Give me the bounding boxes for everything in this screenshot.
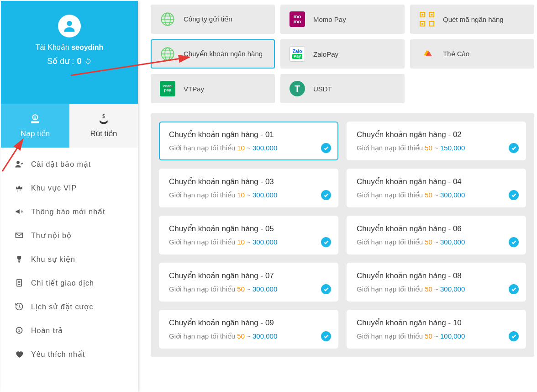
menu-item-heart[interactable]: Yêu thích nhất	[1, 342, 138, 366]
bank-title: Chuyển khoản ngân hàng - 06	[357, 224, 516, 233]
bank-limit: Giới hạn nạp tối thiểu 50 ~ 300,000	[357, 285, 516, 293]
menu-item-security[interactable]: Cài đặt bảo mật	[1, 152, 138, 176]
bank-option-10[interactable]: Chuyển khoản ngân hàng - 10Giới hạn nạp …	[347, 310, 526, 349]
bank-option-4[interactable]: Chuyển khoản ngân hàng - 04Giới hạn nạp …	[347, 169, 526, 207]
menu-item-coin[interactable]: $Hoàn trả	[1, 318, 138, 342]
trophy-icon	[15, 254, 24, 264]
svg-text:$: $	[102, 113, 105, 119]
globe-icon	[160, 46, 175, 62]
bank-title: Chuyển khoản ngân hàng - 08	[357, 271, 516, 281]
svg-rect-22	[431, 14, 432, 16]
qr-icon	[419, 11, 435, 27]
payment-methods: Công ty gửi tiềnmomoMomo PayQuét mã ngân…	[151, 5, 534, 103]
coin-icon: $	[15, 326, 24, 335]
check-icon	[321, 284, 331, 294]
payment-method-bank[interactable]: Chuyển khoản ngân hàng	[151, 39, 275, 69]
tab-deposit[interactable]: $ Nạp tiền	[1, 104, 69, 148]
check-icon	[509, 237, 519, 247]
check-icon	[509, 284, 519, 294]
history-icon	[15, 302, 24, 311]
svg-text:$: $	[18, 328, 20, 333]
bank-title: Chuyển khoản ngân hàng - 02	[357, 130, 516, 139]
svg-text:T: T	[295, 84, 300, 94]
bank-limit: Giới hạn nạp tối thiểu 50 ~ 300,000	[169, 332, 328, 340]
mail-icon	[15, 231, 24, 240]
globe-icon	[160, 11, 175, 27]
menu-item-mail[interactable]: Thư nội bộ	[1, 223, 138, 247]
payment-method-label: Quét mã ngân hàng	[443, 16, 504, 23]
sidebar: Tài Khoản seoydinh Số dư : 0 $ Nạp tiền …	[1, 1, 138, 392]
balance: Số dư : 0	[1, 56, 138, 66]
announce-icon	[15, 207, 24, 216]
menu-item-label: Hoàn trả	[31, 326, 63, 335]
svg-rect-23	[421, 23, 423, 25]
svg-rect-20	[429, 21, 434, 26]
check-icon	[509, 143, 519, 153]
svg-rect-21	[421, 14, 423, 16]
bank-limit: Giới hạn nạp tối thiểu 50 ~ 150,000	[357, 144, 516, 152]
bank-limit: Giới hạn nạp tối thiểu 50 ~ 100,000	[357, 332, 516, 340]
bank-option-9[interactable]: Chuyển khoản ngân hàng - 09Giới hạn nạp …	[159, 310, 338, 349]
check-icon	[321, 143, 331, 153]
receipt-icon	[15, 278, 24, 287]
menu-item-vip[interactable]: VIPKhu vực VIP	[1, 176, 138, 200]
menu-item-announce[interactable]: Thông báo mới nhất	[1, 200, 138, 223]
payment-method-label: ZaloPay	[313, 50, 338, 58]
payment-method-card[interactable]: Thẻ Cào	[410, 39, 534, 69]
momo-icon: momo	[290, 11, 305, 27]
payment-method-vtpay[interactable]: ViettelpayVTPay	[151, 74, 275, 103]
bank-limit: Giới hạn nạp tối thiểu 50 ~ 300,000	[169, 285, 328, 293]
payment-method-label: Thẻ Cào	[443, 50, 469, 58]
user-icon	[62, 18, 77, 34]
bank-title: Chuyển khoản ngân hàng - 04	[357, 177, 516, 186]
card-icon	[419, 46, 435, 62]
tab-withdraw[interactable]: $ Rút tiền	[69, 104, 138, 148]
menu-item-label: Thư nội bộ	[31, 231, 72, 240]
check-icon	[321, 237, 331, 247]
bank-option-6[interactable]: Chuyển khoản ngân hàng - 06Giới hạn nạp …	[347, 216, 526, 254]
bank-title: Chuyển khoản ngân hàng - 09	[169, 318, 328, 328]
bank-title: Chuyển khoản ngân hàng - 05	[169, 224, 328, 233]
menu-item-label: Khu vực VIP	[31, 184, 77, 192]
bank-option-1[interactable]: Chuyển khoản ngân hàng - 01Giới hạn nạp …	[159, 122, 338, 160]
payment-method-usdt[interactable]: TUSDT	[280, 74, 405, 103]
usdt-icon: T	[290, 81, 305, 96]
bank-limit: Giới hạn nạp tối thiểu 50 ~ 300,000	[357, 238, 516, 246]
payment-method-momo[interactable]: momoMomo Pay	[280, 5, 405, 34]
vtpay-icon: Viettelpay	[160, 81, 175, 96]
menu-item-label: Chi tiết giao dịch	[31, 279, 94, 287]
sidebar-menu: Cài đặt bảo mậtVIPKhu vực VIPThông báo m…	[1, 148, 138, 371]
payment-method-label: VTPay	[184, 85, 204, 93]
bank-limit: Giới hạn nạp tối thiểu 10 ~ 300,000	[169, 144, 328, 152]
bank-limit: Giới hạn nạp tối thiểu 10 ~ 300,000	[169, 191, 328, 199]
bank-option-5[interactable]: Chuyển khoản ngân hàng - 05Giới hạn nạp …	[159, 216, 338, 254]
check-icon	[509, 331, 519, 341]
menu-item-receipt[interactable]: Chi tiết giao dịch	[1, 271, 138, 295]
menu-item-label: Lịch sử đặt cược	[31, 302, 93, 311]
menu-item-label: Thông báo mới nhất	[31, 207, 105, 216]
bank-option-7[interactable]: Chuyển khoản ngân hàng - 07Giới hạn nạp …	[159, 263, 338, 302]
withdraw-icon: $	[98, 113, 110, 125]
menu-item-trophy[interactable]: Khu sự kiện	[1, 247, 138, 271]
profile-box: Tài Khoản seoydinh Số dư : 0	[1, 1, 138, 104]
bank-option-2[interactable]: Chuyển khoản ngân hàng - 02Giới hạn nạp …	[347, 122, 526, 160]
payment-method-label: USDT	[313, 85, 332, 93]
bank-limit: Giới hạn nạp tối thiểu 10 ~ 300,000	[169, 238, 328, 246]
heart-icon	[15, 350, 24, 359]
payment-method-company[interactable]: Công ty gửi tiền	[151, 5, 275, 34]
svg-text:VIP: VIP	[17, 189, 22, 192]
payment-method-qr[interactable]: Quét mã ngân hàng	[410, 5, 534, 34]
payment-method-label: Công ty gửi tiền	[184, 15, 232, 23]
menu-item-history[interactable]: Lịch sử đặt cược	[1, 295, 138, 318]
payment-method-label: Momo Pay	[313, 16, 346, 23]
bank-option-3[interactable]: Chuyển khoản ngân hàng - 03Giới hạn nạp …	[159, 169, 338, 207]
svg-point-4	[16, 161, 20, 164]
main-content: Công ty gửi tiềnmomoMomo PayQuét mã ngân…	[151, 5, 534, 357]
menu-item-label: Cài đặt bảo mật	[31, 160, 91, 169]
refresh-icon[interactable]	[84, 58, 92, 65]
menu-item-label: Yêu thích nhất	[31, 350, 85, 359]
payment-method-zalo[interactable]: ZaloPayZaloPay	[280, 39, 405, 69]
bank-option-8[interactable]: Chuyển khoản ngân hàng - 08Giới hạn nạp …	[347, 263, 526, 302]
vip-icon: VIP	[15, 183, 24, 192]
wallet-tabs: $ Nạp tiền $ Rút tiền	[1, 104, 138, 148]
